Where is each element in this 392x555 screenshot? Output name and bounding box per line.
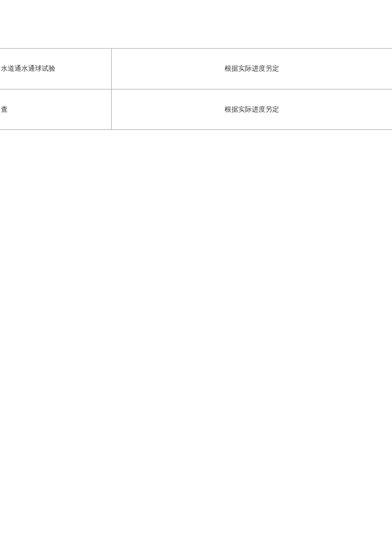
cell-text: 水道通水通球试验	[1, 64, 55, 73]
table-cell-left: 水道通水通球试验	[0, 49, 112, 89]
table-row: 水道通水通球试验 根据实际进度另定	[0, 48, 392, 89]
data-table: 水道通水通球试验 根据实际进度另定 查 根据实际进度另定	[0, 48, 392, 130]
cell-text: 根据实际进度另定	[225, 64, 279, 73]
table-cell-right: 根据实际进度另定	[112, 49, 392, 89]
cell-text: 查	[1, 105, 8, 114]
table-row: 查 根据实际进度另定	[0, 89, 392, 130]
table-cell-right: 根据实际进度另定	[112, 89, 392, 129]
table-cell-left: 查	[0, 89, 112, 129]
cell-text: 根据实际进度另定	[225, 105, 279, 114]
